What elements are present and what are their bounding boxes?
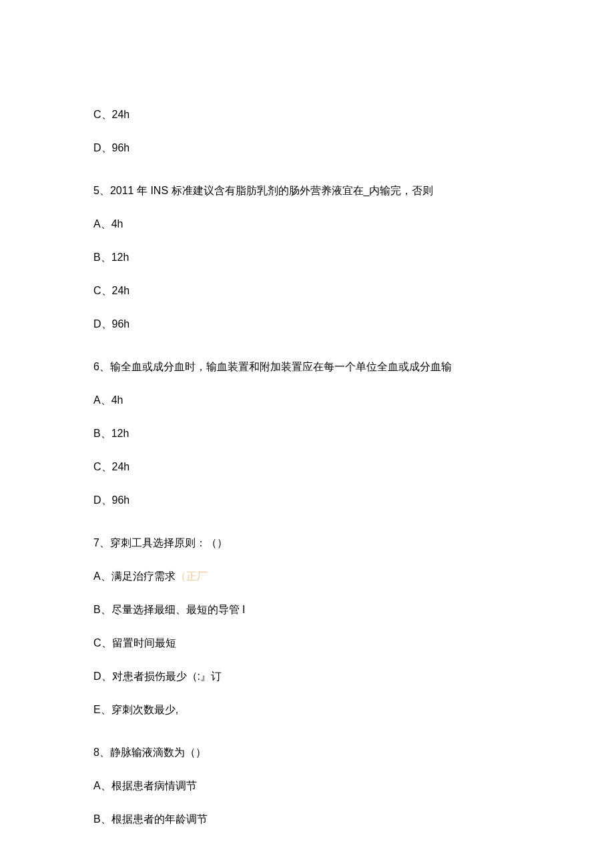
q5-option-b: B、12h xyxy=(93,250,521,266)
q4-option-d: D、96h xyxy=(93,140,521,156)
q6-option-b: B、12h xyxy=(93,426,521,442)
q5-option-a: A、4h xyxy=(93,216,521,232)
q5-option-c: C、24h xyxy=(93,283,521,299)
q8-option-b: B、根据患者的年龄调节 xyxy=(93,811,521,827)
q5-option-d: D、96h xyxy=(93,316,521,332)
q7-option-c: C、留置时间最短 xyxy=(93,635,521,651)
q6-option-d: D、96h xyxy=(93,492,521,508)
q7-option-a-text: A、满足治疗需求 xyxy=(93,570,176,582)
q7-stem: 7、穿刺工具选择原则：（） xyxy=(93,535,521,551)
q4-option-c: C、24h xyxy=(93,107,521,123)
q7-option-a: A、满足治疗需求（正厂 xyxy=(93,568,521,584)
q5-stem: 5、2011 年 INS 标准建议含有脂肪乳剂的肠外营养液宜在_内输完，否则 xyxy=(93,183,521,199)
q7-option-e: E、穿刺次数最少, xyxy=(93,702,521,718)
document-page: C、24h D、96h 5、2011 年 INS 标准建议含有脂肪乳剂的肠外营养… xyxy=(0,0,614,868)
q7-option-d: D、对患者损伤最少（:』订 xyxy=(93,669,521,685)
q6-option-c: C、24h xyxy=(93,459,521,475)
q6-option-a: A、4h xyxy=(93,392,521,408)
q6-stem: 6、输全血或成分血时，输血装置和附加装置应在每一个单位全血或成分血输 xyxy=(93,359,521,375)
q8-stem: 8、静脉输液滴数为（） xyxy=(93,745,521,761)
q8-option-a: A、根据患者病情调节 xyxy=(93,778,521,794)
q7-option-b: B、尽量选择最细、最短的导管 I xyxy=(93,602,521,618)
q7-option-a-annotation: （正厂 xyxy=(176,570,208,582)
